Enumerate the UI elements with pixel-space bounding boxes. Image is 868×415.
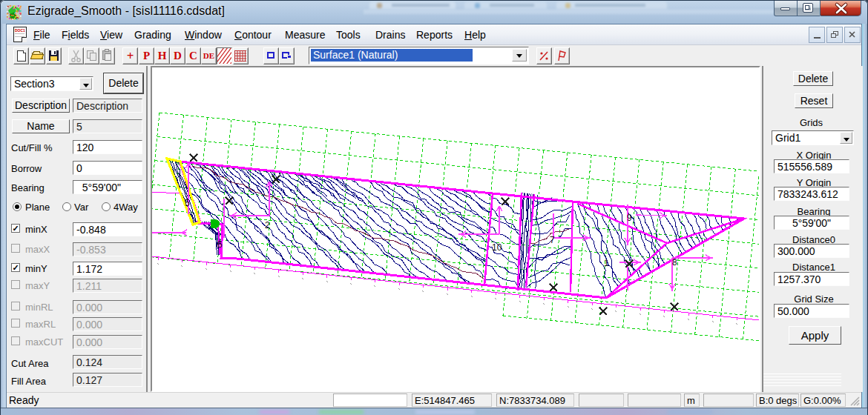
svg-text:1: 1 xyxy=(604,258,609,268)
svg-text:6: 6 xyxy=(217,239,223,250)
svg-text:2: 2 xyxy=(265,220,270,230)
svg-text:9: 9 xyxy=(627,213,632,223)
svg-text:7: 7 xyxy=(550,235,555,245)
svg-text:8: 8 xyxy=(672,257,677,268)
svg-text:5: 5 xyxy=(185,198,190,208)
svg-text:10: 10 xyxy=(492,242,502,253)
